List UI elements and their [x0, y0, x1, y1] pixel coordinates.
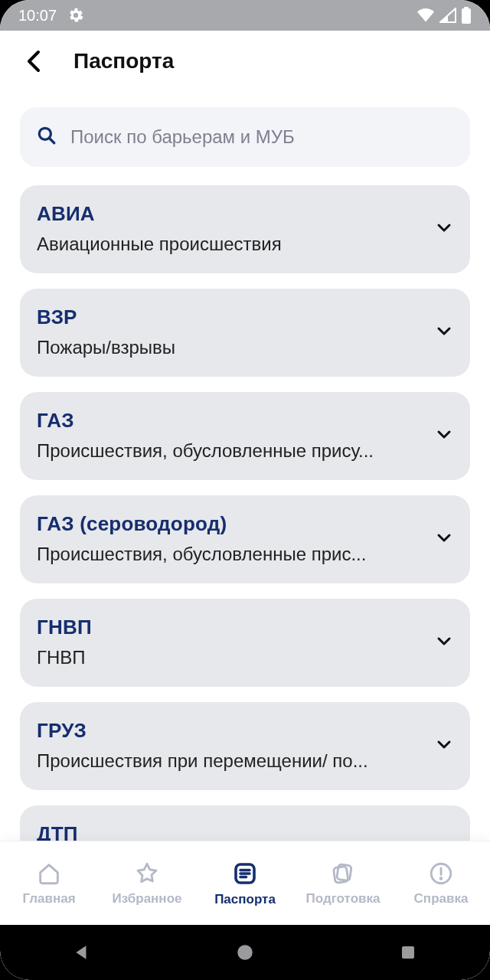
- passport-icon: [231, 860, 259, 887]
- nav-label: Справка: [414, 891, 469, 906]
- category-title: ДТП: [37, 822, 453, 841]
- status-time: 10:07: [18, 7, 57, 24]
- system-back-button[interactable]: [70, 940, 94, 965]
- home-icon: [36, 861, 62, 887]
- category-subtitle: ГНВП: [37, 647, 426, 668]
- nav-item-home[interactable]: Главная: [0, 841, 98, 925]
- chevron-down-icon: [435, 528, 453, 550]
- status-bar: 10:07: [0, 0, 490, 31]
- svg-point-12: [440, 877, 442, 879]
- content-scroll[interactable]: АВИА Авиационные происшествия ВЗР Пожары…: [0, 100, 490, 841]
- nav-item-favorites[interactable]: Избранное: [98, 841, 196, 925]
- header: Паспорта: [0, 31, 490, 92]
- star-icon: [134, 861, 160, 887]
- category-list: АВИА Авиационные происшествия ВЗР Пожары…: [20, 185, 470, 841]
- search-input[interactable]: [70, 126, 453, 148]
- chevron-down-icon: [435, 322, 453, 343]
- category-title: АВИА: [37, 202, 426, 226]
- category-title: ГАЗ (сероводород): [37, 512, 426, 536]
- search-icon: [37, 126, 57, 149]
- chevron-down-icon: [435, 735, 453, 756]
- search-box[interactable]: [20, 107, 470, 167]
- system-home-button[interactable]: [233, 940, 257, 965]
- gear-icon: [67, 7, 84, 24]
- category-title: ГРУЗ: [37, 719, 426, 743]
- category-subtitle: Происшествия, обусловленные прису...: [37, 440, 426, 462]
- category-card[interactable]: ГАЗ Происшествия, обусловленные прису...: [20, 392, 470, 480]
- category-card[interactable]: ГРУЗ Происшествия при перемещении/ по...: [20, 702, 470, 790]
- svg-point-13: [237, 945, 253, 960]
- category-subtitle: Происшествия при перемещении/ по...: [37, 750, 426, 772]
- chevron-down-icon: [435, 218, 453, 240]
- cards-icon: [330, 861, 356, 887]
- category-card[interactable]: ВЗР Пожары/взрывы: [20, 289, 470, 377]
- signal-icon: [439, 8, 456, 23]
- chevron-down-icon: [435, 632, 453, 653]
- svg-rect-0: [462, 8, 471, 24]
- wifi-icon: [416, 8, 435, 23]
- category-title: ВЗР: [37, 305, 426, 329]
- page-title: Паспорта: [74, 49, 174, 74]
- category-card[interactable]: ГНВП ГНВП: [20, 599, 470, 687]
- category-card[interactable]: АВИА Авиационные происшествия: [20, 185, 470, 273]
- category-title: ГАЗ: [37, 409, 426, 433]
- category-subtitle: Пожары/взрывы: [37, 337, 426, 358]
- info-icon: [428, 861, 454, 887]
- category-card[interactable]: ДТП: [20, 805, 470, 841]
- nav-label: Главная: [22, 891, 75, 906]
- category-subtitle: Авиационные происшествия: [37, 234, 426, 255]
- svg-line-3: [49, 138, 54, 143]
- nav-label: Подготовка: [306, 891, 381, 906]
- nav-item-help[interactable]: Справка: [392, 841, 490, 925]
- nav-label: Паспорта: [214, 892, 276, 907]
- nav-item-preparation[interactable]: Подготовка: [294, 841, 392, 925]
- bottom-nav: Главная Избранное Паспорта Подготовка Сп…: [0, 841, 490, 925]
- back-button[interactable]: [15, 43, 52, 80]
- svg-rect-1: [464, 7, 469, 9]
- category-subtitle: Происшествия, обусловленные прис...: [37, 544, 426, 565]
- system-nav-bar: [0, 925, 490, 980]
- category-title: ГНВП: [37, 616, 426, 639]
- category-card[interactable]: ГАЗ (сероводород) Происшествия, обусловл…: [20, 495, 470, 583]
- nav-label: Избранное: [113, 891, 182, 906]
- chevron-down-icon: [435, 425, 453, 446]
- svg-rect-14: [402, 946, 414, 959]
- nav-item-passports[interactable]: Паспорта: [196, 841, 294, 925]
- battery-icon: [461, 7, 472, 24]
- system-recent-button[interactable]: [396, 940, 420, 965]
